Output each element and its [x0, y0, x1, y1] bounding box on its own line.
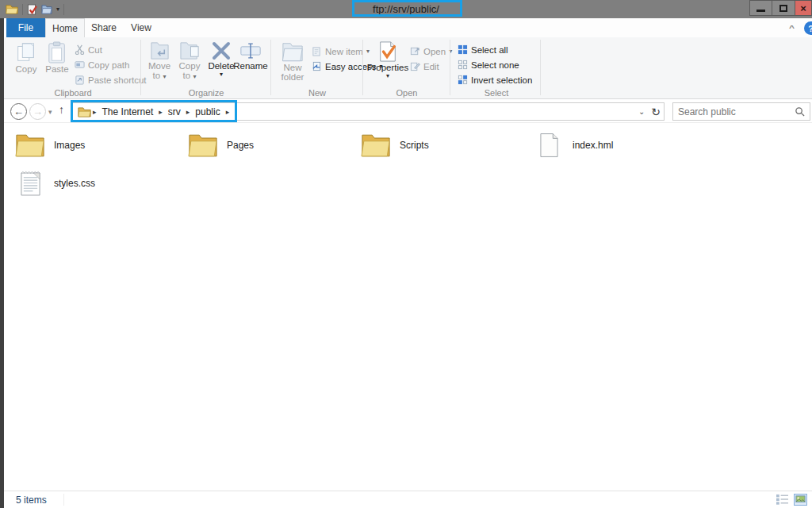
- group-label-open: Open: [366, 88, 448, 98]
- select-none-icon: [458, 60, 468, 70]
- item-count: 5 items: [16, 495, 47, 506]
- new-item-icon: [312, 46, 322, 56]
- minimize-icon: [756, 10, 765, 12]
- ribbon-group-open: Properties ▾ Open ▾ Edit Open: [366, 37, 448, 98]
- separator: [63, 494, 64, 506]
- ribbon-group-select: Select all Select none Invert selection …: [453, 37, 540, 98]
- cut-icon: [75, 44, 85, 55]
- collapse-ribbon-icon[interactable]: ^: [789, 23, 795, 32]
- help-button[interactable]: ?: [804, 21, 812, 35]
- forward-button[interactable]: →: [29, 103, 46, 120]
- separator: [22, 4, 23, 15]
- status-bar: 5 items: [0, 491, 812, 508]
- up-icon: ↑: [59, 103, 64, 116]
- ribbon-group-clipboard: Copy Paste Cut Copy path Paste shortcut …: [6, 37, 140, 98]
- delete-icon: [212, 40, 231, 61]
- chevron-down-icon: ▾: [386, 73, 389, 79]
- separator: [450, 40, 450, 95]
- ribbon-group-new: Newfolder New item ▾ Easy access ▾ New: [274, 37, 361, 98]
- copy-to-icon: [179, 40, 201, 61]
- address-dropdown-chevron-icon[interactable]: ⌄: [638, 107, 645, 116]
- select-all-icon: [458, 44, 468, 55]
- file-list: Images Pages Scripts index.hml styles.cs…: [0, 123, 812, 491]
- refresh-icon[interactable]: ↻: [651, 106, 661, 118]
- tab-share[interactable]: Share: [85, 18, 123, 37]
- invert-selection-button[interactable]: Invert selection: [458, 72, 532, 87]
- separator: [63, 4, 64, 15]
- back-button[interactable]: ←: [10, 103, 27, 120]
- rename-icon: [239, 40, 262, 61]
- copy-icon: [14, 40, 38, 64]
- separator: [140, 40, 141, 95]
- select-none-button[interactable]: Select none: [458, 57, 532, 72]
- ribbon-group-organize: Moveto ▾ Copyto ▾ Delete ▾ Rename Organi…: [144, 37, 269, 98]
- close-icon: ×: [800, 2, 806, 14]
- document-icon: [539, 133, 559, 158]
- chevron-down-icon: ▾: [193, 73, 196, 80]
- minimize-button[interactable]: [749, 0, 772, 16]
- forward-icon: →: [33, 106, 43, 117]
- move-to-button[interactable]: Moveto ▾: [145, 40, 174, 80]
- tab-view[interactable]: View: [123, 18, 159, 37]
- file-tile-styles-css[interactable]: styles.css: [13, 165, 181, 202]
- file-tile-images[interactable]: Images: [13, 127, 181, 164]
- new-folder-button[interactable]: Newfolder: [275, 40, 310, 82]
- search-input[interactable]: [678, 104, 789, 119]
- close-button[interactable]: ×: [795, 0, 812, 16]
- maximize-button[interactable]: [772, 0, 795, 16]
- up-button[interactable]: ↑: [59, 103, 64, 116]
- separator: [362, 40, 363, 95]
- file-name: index.hml: [573, 140, 613, 151]
- folder-icon: [361, 133, 391, 158]
- copy-path-icon: [75, 60, 85, 70]
- qat-customize-chevron-icon[interactable]: ▾: [56, 6, 59, 13]
- copy-button[interactable]: Copy: [11, 40, 41, 75]
- file-name: styles.css: [54, 178, 95, 189]
- select-all-button[interactable]: Select all: [458, 42, 532, 57]
- folder-icon: [188, 133, 218, 158]
- easy-access-icon: [312, 61, 322, 71]
- tab-home[interactable]: Home: [45, 18, 85, 37]
- file-name: Images: [54, 140, 85, 151]
- group-label-organize: Organize: [144, 88, 269, 98]
- rename-button[interactable]: Rename: [232, 40, 269, 71]
- quick-access-toolbar: ▾: [0, 4, 64, 15]
- file-tile-scripts[interactable]: Scripts: [358, 127, 527, 164]
- edit-button[interactable]: Edit: [410, 59, 452, 74]
- file-tile-index-hml[interactable]: index.hml: [531, 127, 699, 164]
- copy-to-button[interactable]: Copyto ▾: [175, 40, 204, 80]
- large-icons-view-button[interactable]: [794, 494, 807, 506]
- annotation-title-highlight: [352, 0, 462, 17]
- qat-new-folder-icon[interactable]: [41, 4, 52, 14]
- separator: [540, 40, 541, 95]
- group-label-select: Select: [453, 88, 540, 98]
- group-label-new: New: [274, 88, 361, 98]
- search-icon[interactable]: [795, 106, 805, 117]
- back-icon: ←: [13, 106, 24, 117]
- properties-button[interactable]: Properties ▾: [367, 40, 408, 79]
- text-document-icon: [20, 170, 41, 197]
- paste-button[interactable]: Paste: [43, 40, 71, 75]
- copy-path-button[interactable]: Copy path: [75, 57, 147, 72]
- paste-shortcut-button[interactable]: Paste shortcut: [75, 72, 147, 87]
- open-icon: [410, 46, 420, 56]
- paste-icon: [47, 40, 67, 64]
- recent-locations-chevron-icon[interactable]: ▾: [48, 108, 52, 116]
- paste-shortcut-icon: [75, 75, 85, 85]
- details-view-button[interactable]: [776, 494, 789, 506]
- file-name: Scripts: [400, 140, 429, 151]
- tab-file[interactable]: File: [6, 18, 45, 37]
- ribbon: Copy Paste Cut Copy path Paste shortcut …: [0, 37, 812, 99]
- open-button[interactable]: Open ▾: [410, 44, 452, 59]
- annotation-breadcrumb-highlight: [71, 100, 237, 122]
- file-name: Pages: [227, 140, 254, 151]
- search-box[interactable]: [672, 102, 810, 121]
- move-to-icon: [149, 40, 170, 61]
- cut-button[interactable]: Cut: [75, 42, 147, 57]
- edit-icon: [410, 61, 420, 71]
- properties-icon: [377, 40, 398, 63]
- separator: [270, 40, 271, 95]
- file-tile-pages[interactable]: Pages: [186, 127, 354, 164]
- folder-icon: [15, 133, 45, 158]
- qat-properties-icon[interactable]: [27, 4, 37, 15]
